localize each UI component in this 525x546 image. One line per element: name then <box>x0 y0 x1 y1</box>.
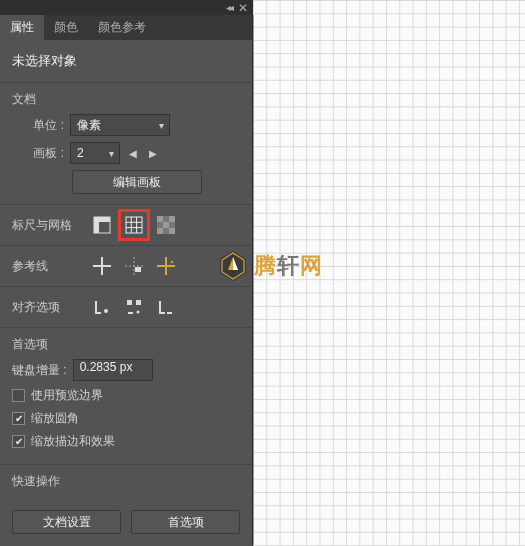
svg-rect-10 <box>169 216 175 222</box>
svg-rect-11 <box>163 222 169 228</box>
keyboard-increment-label: 键盘增量 : <box>12 362 67 379</box>
document-title: 文档 <box>12 91 240 108</box>
no-selection-text: 未选择对象 <box>0 40 252 83</box>
document-setup-button[interactable]: 文档设置 <box>12 510 121 534</box>
unit-label: 单位 : <box>12 117 64 134</box>
scale-strokes-label: 缩放描边和效果 <box>31 433 115 450</box>
svg-rect-18 <box>135 267 141 272</box>
svg-rect-13 <box>169 228 175 234</box>
grid-icon[interactable] <box>122 213 146 237</box>
unit-select[interactable]: 像素 <box>70 114 170 136</box>
snap-section: 对齐选项 <box>0 287 252 328</box>
checkbox-icon <box>12 389 25 402</box>
quick-actions-section: 快速操作 <box>0 465 252 504</box>
smart-guides-icon[interactable] <box>154 254 178 278</box>
collapse-icon[interactable]: ◂◂ <box>226 2 232 13</box>
svg-point-25 <box>137 311 140 314</box>
use-preview-bounds-label: 使用预览边界 <box>31 387 103 404</box>
svg-rect-24 <box>136 300 141 305</box>
ruler-icon[interactable] <box>90 213 114 237</box>
transparency-grid-icon[interactable] <box>154 213 178 237</box>
artboard-select[interactable]: 2 <box>70 142 120 164</box>
guide-lock-icon[interactable] <box>122 254 146 278</box>
svg-rect-3 <box>126 217 142 233</box>
rulers-grid-section: 标尺与网格 <box>0 205 252 246</box>
document-section: 文档 单位 : 像素 画板 : 2 ◀ ▶ 编辑画板 <box>0 83 252 205</box>
tab-color[interactable]: 颜色 <box>44 15 88 40</box>
svg-point-22 <box>104 309 108 313</box>
artboard-label: 画板 : <box>12 145 64 162</box>
checkbox-icon <box>12 435 25 448</box>
quick-actions-title: 快速操作 <box>12 473 240 490</box>
prev-artboard-icon[interactable]: ◀ <box>126 146 140 160</box>
snap-glyph-icon[interactable] <box>154 295 178 319</box>
properties-panel: ◂◂ ✕ 属性 颜色 颜色参考 未选择对象 文档 单位 : 像素 画板 : 2 … <box>0 0 253 546</box>
use-preview-bounds-checkbox[interactable]: 使用预览边界 <box>12 387 240 404</box>
panel-header: ◂◂ ✕ <box>0 0 252 15</box>
edit-artboards-button[interactable]: 编辑画板 <box>72 170 202 194</box>
snap-title: 对齐选项 <box>12 299 82 316</box>
svg-rect-2 <box>94 217 99 233</box>
tab-properties[interactable]: 属性 <box>0 15 44 40</box>
canvas-area[interactable] <box>253 0 525 546</box>
guides-title: 参考线 <box>12 258 82 275</box>
guide-toggle-icon[interactable] <box>90 254 114 278</box>
snap-pixel-icon[interactable] <box>122 295 146 319</box>
panel-tabs: 属性 颜色 颜色参考 <box>0 15 252 40</box>
preferences-section: 首选项 键盘增量 : 0.2835 px 使用预览边界 缩放圆角 缩放描边和效果 <box>0 328 252 465</box>
svg-rect-9 <box>157 216 163 222</box>
tab-color-guide[interactable]: 颜色参考 <box>88 15 156 40</box>
close-icon[interactable]: ✕ <box>238 1 248 15</box>
guides-section: 参考线 <box>0 246 252 287</box>
keyboard-increment-input[interactable]: 0.2835 px <box>73 359 153 381</box>
scale-corners-label: 缩放圆角 <box>31 410 79 427</box>
checkbox-icon <box>12 412 25 425</box>
svg-marker-21 <box>171 260 174 263</box>
next-artboard-icon[interactable]: ▶ <box>146 146 160 160</box>
svg-rect-23 <box>127 300 132 305</box>
preferences-button[interactable]: 首选项 <box>131 510 240 534</box>
snap-point-icon[interactable] <box>90 295 114 319</box>
svg-rect-12 <box>157 228 163 234</box>
scale-corners-checkbox[interactable]: 缩放圆角 <box>12 410 240 427</box>
preferences-title: 首选项 <box>12 336 240 353</box>
rulers-grid-title: 标尺与网格 <box>12 217 82 234</box>
scale-strokes-checkbox[interactable]: 缩放描边和效果 <box>12 433 240 450</box>
